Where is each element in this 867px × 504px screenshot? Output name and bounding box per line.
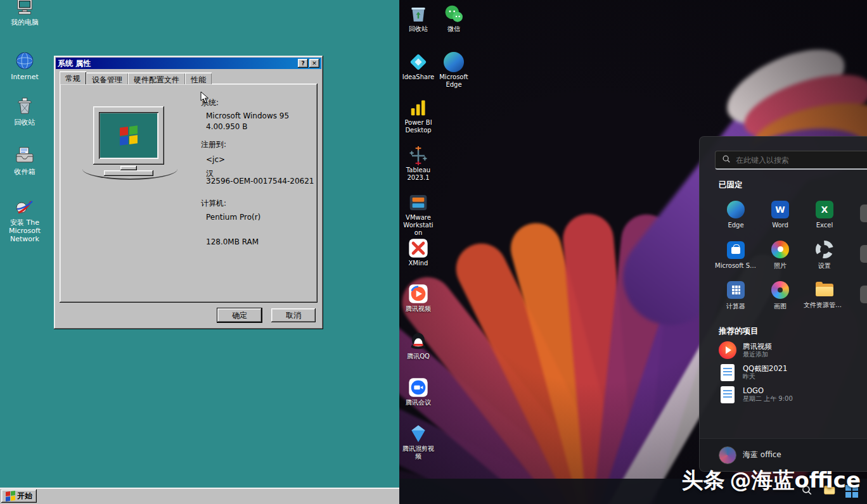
pinned-app-partial[interactable] (847, 275, 867, 316)
ok-button[interactable]: 确定 (217, 308, 262, 322)
close-button[interactable]: ✕ (309, 59, 319, 68)
desktop-icon-powerbi[interactable]: Power BI Desktop (402, 95, 435, 134)
desktop-icon-label: 收件箱 (4, 168, 46, 176)
my-computer-icon (4, 0, 46, 16)
dialog-title: 系统 属性 (58, 58, 297, 69)
recommended-section-label: 推荐的项目 (719, 326, 867, 337)
recommended-subtitle: 最近添加 (743, 351, 772, 358)
desktop-icon-label: VMware Workstation (402, 214, 435, 237)
desktop-icon-label: IdeaShare (402, 73, 435, 81)
recycle-bin-icon (4, 95, 46, 117)
pinned-app-excel[interactable]: X Excel (802, 194, 847, 235)
dialog-titlebar[interactable]: 系统 属性 ? ✕ (56, 58, 321, 69)
search-icon (722, 154, 731, 166)
cancel-button[interactable]: 取消 (271, 308, 316, 322)
tencent-video-icon (719, 341, 736, 359)
search-input[interactable] (736, 156, 867, 165)
monitor-graphic (93, 106, 164, 165)
start-label: 开始 (17, 491, 32, 501)
desktop-icon-edge[interactable]: Microsoft Edge (437, 49, 470, 89)
pinned-app-label: Word (772, 222, 788, 229)
microsoft-store-icon (727, 241, 745, 259)
pinned-app-file-explorer[interactable]: 文件资源管理器 (802, 275, 847, 316)
gear-icon (816, 241, 833, 258)
desktop-icon-recycle-bin-11[interactable]: 回收站 (402, 1, 435, 33)
user-avatar[interactable] (719, 446, 736, 464)
edge-icon (727, 201, 745, 218)
pinned-app-store[interactable]: Microsoft Store (714, 235, 758, 275)
inbox-icon (4, 144, 46, 166)
help-button[interactable]: ? (298, 59, 308, 68)
tab-general[interactable]: 常规 (60, 71, 86, 84)
recommended-title: 腾讯视频 (743, 342, 772, 351)
powerbi-icon (402, 95, 435, 118)
user-name[interactable]: 海蓝 office (743, 450, 781, 460)
folder-icon (816, 282, 833, 298)
windows11-desktop: 回收站 IdeaShare Power BI Desktop Tableau 2… (399, 0, 867, 504)
desktop-icon-tencent-video[interactable]: 腾讯视频 (402, 281, 435, 313)
start-button-win95[interactable]: 开始 (1, 489, 37, 503)
pinned-app-label: Edge (728, 222, 743, 229)
desktop-icon-qq[interactable]: 腾讯QQ (402, 329, 435, 360)
file-icon (719, 386, 736, 403)
pinned-app-settings[interactable]: 设置 (802, 235, 847, 275)
tableau-icon (402, 142, 435, 165)
msn-icon (4, 195, 46, 217)
recommended-list: 腾讯视频 最近添加 QQ截图2021 昨天 LOGO 星期二 上午 9:00 (700, 341, 867, 403)
desktop-icon-label: 腾讯会议 (402, 399, 435, 406)
tab-hardware-profiles[interactable]: 硬件配置文件 (128, 72, 185, 84)
desktop-icon-label: 腾讯混剪视频 (402, 445, 435, 460)
system-line1: Microsoft Windows 95 (206, 111, 289, 120)
app-icon (860, 286, 867, 303)
pinned-app-partial[interactable] (847, 194, 867, 235)
desktop-icon-msn-setup[interactable]: 安装 The Microsoft Network (4, 195, 46, 243)
recommended-subtitle: 星期二 上午 9:00 (743, 395, 793, 403)
desktop-icon-tencent-mix[interactable]: 腾讯混剪视频 (402, 421, 435, 460)
desktop-icon-xmind[interactable]: XMind (402, 236, 435, 267)
desktop-icon-label: Tableau 2023.1 (402, 167, 435, 182)
tab-device-manager[interactable]: 设备管理 (86, 72, 128, 84)
computer-line1: Pentium Pro(r) (206, 213, 260, 222)
desktop-icon-label: Internet (4, 73, 46, 81)
photos-icon (771, 241, 789, 258)
desktop-icon-recycle-bin[interactable]: 回收站 (4, 95, 46, 127)
app-icon (860, 245, 867, 263)
desktop-icon-my-computer[interactable]: 我的电脑 (4, 0, 46, 27)
pinned-app-edge[interactable]: Edge (714, 194, 758, 235)
start-search-box[interactable] (715, 151, 867, 170)
xmind-icon (402, 236, 435, 258)
tab-performance[interactable]: 性能 (185, 72, 212, 84)
desktop-icon-ideashare[interactable]: IdeaShare (402, 49, 435, 81)
app-icon (860, 205, 867, 222)
desktop-icon-tencent-meeting[interactable]: 腾讯会议 (402, 375, 435, 406)
monitor-screen (99, 112, 158, 159)
win95-taskbar: 开始 (0, 488, 399, 504)
watermark: 头条@海蓝office (682, 466, 861, 495)
pinned-app-paint[interactable]: 画图 (758, 275, 802, 316)
pinned-app-label: Excel (816, 222, 833, 229)
desktop-icon-inbox[interactable]: 收件箱 (4, 144, 46, 176)
tencent-mix-icon (402, 421, 435, 444)
excel-icon: X (816, 201, 833, 218)
watermark-prefix: 头条 (682, 467, 725, 493)
desktop-icon-vmware[interactable]: VMware Workstation (402, 190, 435, 237)
recommended-item[interactable]: 腾讯视频 最近添加 (719, 341, 867, 359)
recommended-item[interactable]: LOGO 星期二 上午 9:00 (719, 386, 867, 403)
pinned-app-label: 计算器 (726, 302, 745, 311)
pinned-app-label: Microsoft Store (715, 262, 757, 269)
desktop-icon-tableau[interactable]: Tableau 2023.1 (402, 142, 435, 182)
pinned-app-calculator[interactable]: 计算器 (714, 275, 758, 316)
pinned-app-partial[interactable] (847, 235, 867, 275)
pinned-app-label: 照片 (774, 261, 787, 270)
desktop-icon-label: 回收站 (402, 25, 435, 33)
desktop-icon-label: 腾讯QQ (402, 353, 435, 360)
watermark-handle: @海蓝office (730, 467, 861, 493)
pinned-section-label: 已固定 (719, 180, 867, 191)
desktop-icon-label: XMind (402, 260, 435, 267)
desktop-icon-wechat[interactable]: 微信 (437, 1, 470, 33)
mouse-cursor (200, 91, 209, 106)
recommended-item[interactable]: QQ截图2021 昨天 (719, 363, 867, 381)
desktop-icon-internet[interactable]: Internet (4, 49, 46, 81)
pinned-app-word[interactable]: W Word (758, 194, 802, 235)
pinned-app-photos[interactable]: 照片 (758, 235, 802, 275)
